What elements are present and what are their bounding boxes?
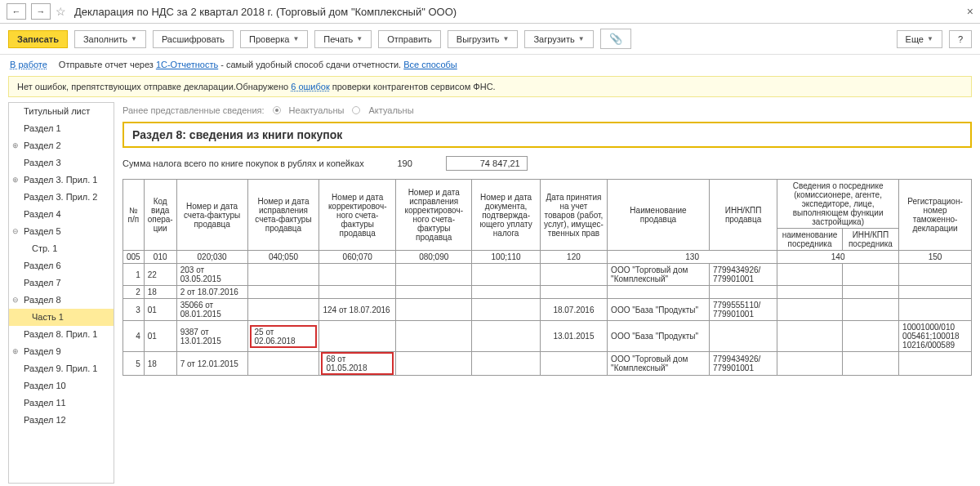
table-cell[interactable]: 2 <box>123 286 145 299</box>
table-cell[interactable]: 18 <box>144 352 176 376</box>
table-cell[interactable] <box>395 352 472 376</box>
load-button[interactable]: Загрузить▼ <box>524 30 593 48</box>
table-cell[interactable] <box>472 264 540 286</box>
sidebar-item[interactable]: ⊖Раздел 8 <box>9 292 114 309</box>
table-cell[interactable] <box>777 352 843 376</box>
table-cell[interactable] <box>540 264 607 286</box>
table-cell[interactable]: 9387 от 13.01.2015 <box>176 321 247 352</box>
table-cell[interactable] <box>395 321 472 352</box>
table-cell[interactable] <box>777 286 843 299</box>
sidebar-item[interactable]: ⊕Раздел 9 <box>9 343 114 360</box>
sidebar-item[interactable]: Раздел 12 <box>9 412 114 429</box>
table-cell[interactable]: 124 от 18.07.2016 <box>319 299 396 321</box>
table-cell[interactable] <box>899 299 972 321</box>
check-button[interactable]: Проверка▼ <box>240 30 308 48</box>
expander-icon[interactable]: ⊖ <box>12 225 19 238</box>
table-cell[interactable]: 35066 от 08.01.2015 <box>176 299 247 321</box>
table-cell[interactable] <box>472 321 540 352</box>
table-cell[interactable]: 7799555110/ 779901001 <box>709 299 777 321</box>
table-cell[interactable]: 01 <box>144 299 176 321</box>
sidebar-item[interactable]: ⊖Раздел 5 <box>9 223 114 240</box>
table-cell[interactable]: 68 от 01.05.2018 <box>319 352 396 376</box>
sidebar-item[interactable]: Часть 1 <box>9 309 114 326</box>
decode-button[interactable]: Расшифровать <box>153 30 234 48</box>
table-cell[interactable]: 13.01.2015 <box>540 321 607 352</box>
errors-link[interactable]: 6 ошибок <box>291 82 330 91</box>
table-cell[interactable] <box>709 321 777 352</box>
table-cell[interactable] <box>777 321 843 352</box>
table-cell[interactable]: ООО "База "Продукты" <box>608 321 710 352</box>
table-cell[interactable]: 3 <box>123 299 145 321</box>
table-cell[interactable] <box>395 264 472 286</box>
sum-field[interactable]: 74 847,21 <box>446 156 528 171</box>
table-cell[interactable]: ООО "Торговый дом "Комплексный" <box>608 264 710 286</box>
table-cell[interactable]: 5 <box>123 352 145 376</box>
table-cell[interactable]: ООО "База "Продукты" <box>608 299 710 321</box>
expander-icon[interactable]: ⊖ <box>12 294 19 306</box>
table-cell[interactable]: ООО "Торговый дом "Комплексный" <box>608 352 710 376</box>
table-row[interactable]: 4019387 от 13.01.201525 от 02.06.201813.… <box>123 321 972 352</box>
radio-not-actual[interactable] <box>273 106 281 114</box>
sidebar-item[interactable]: Раздел 7 <box>9 274 114 292</box>
table-cell[interactable] <box>899 286 972 299</box>
table-cell[interactable]: 10001000/010 005461;100018 10216/000589 <box>899 321 972 352</box>
table-cell[interactable] <box>842 299 898 321</box>
sidebar-item[interactable]: ⊕Раздел 3. Прил. 1 <box>9 172 114 189</box>
table-cell[interactable] <box>472 286 540 299</box>
table-cell[interactable]: 01 <box>144 321 176 352</box>
table-row[interactable]: 122203 от 03.05.2015ООО "Торговый дом "К… <box>123 264 972 286</box>
sidebar-item[interactable]: Раздел 6 <box>9 257 114 274</box>
table-cell[interactable] <box>608 286 710 299</box>
table-cell[interactable]: 4 <box>123 321 145 352</box>
star-icon[interactable]: ☆ <box>56 5 66 18</box>
table-cell[interactable]: 18.07.2016 <box>540 299 607 321</box>
close-icon[interactable]: × <box>967 5 973 18</box>
table-cell[interactable]: 203 от 03.05.2015 <box>176 264 247 286</box>
table-cell[interactable]: 7 от 12.01.2015 <box>176 352 247 376</box>
table-cell[interactable] <box>472 352 540 376</box>
more-button[interactable]: Еще▼ <box>897 30 942 48</box>
table-cell[interactable] <box>899 264 972 286</box>
table-cell[interactable]: 25 от 02.06.2018 <box>247 321 319 352</box>
table-cell[interactable]: 1 <box>123 264 145 286</box>
table-cell[interactable] <box>247 286 319 299</box>
table-cell[interactable] <box>247 299 319 321</box>
sidebar-item[interactable]: Раздел 11 <box>9 395 114 412</box>
table-row[interactable]: 2182 от 18.07.2016 <box>123 286 972 299</box>
attach-button[interactable]: 📎 <box>600 29 631 49</box>
expander-icon[interactable]: ⊕ <box>12 174 19 186</box>
sidebar-item[interactable]: Раздел 3 <box>9 154 114 172</box>
table-cell[interactable]: 7799434926/ 779901001 <box>709 352 777 376</box>
sidebar-item[interactable]: ⊕Раздел 2 <box>9 137 114 154</box>
table-cell[interactable] <box>319 321 396 352</box>
sidebar-item[interactable]: Раздел 3. Прил. 2 <box>9 189 114 206</box>
table-cell[interactable] <box>319 286 396 299</box>
sidebar-item[interactable]: Титульный лист <box>9 103 114 120</box>
sidebar-item[interactable]: Стр. 1 <box>9 240 114 257</box>
table-cell[interactable] <box>842 264 898 286</box>
table-row[interactable]: 5187 от 12.01.201568 от 01.05.2018ООО "Т… <box>123 352 972 376</box>
print-button[interactable]: Печать▼ <box>314 30 372 48</box>
sidebar-item[interactable]: Раздел 4 <box>9 206 114 223</box>
expander-icon[interactable]: ⊕ <box>12 140 19 152</box>
table-cell[interactable] <box>247 264 319 286</box>
sidebar-item[interactable]: Раздел 8. Прил. 1 <box>9 326 114 343</box>
sidebar-item[interactable]: Раздел 1 <box>9 120 114 137</box>
write-button[interactable]: Записать <box>8 30 68 48</box>
table-cell[interactable] <box>777 264 843 286</box>
fill-button[interactable]: Заполнить▼ <box>74 30 146 48</box>
table-row[interactable]: 30135066 от 08.01.2015124 от 18.07.20161… <box>123 299 972 321</box>
report-link[interactable]: 1С-Отчетность <box>156 60 218 69</box>
table-cell[interactable] <box>319 264 396 286</box>
help-button[interactable]: ? <box>949 30 972 48</box>
table-cell[interactable] <box>777 299 843 321</box>
radio-actual[interactable] <box>352 106 360 114</box>
table-cell[interactable] <box>247 352 319 376</box>
table-cell[interactable] <box>395 286 472 299</box>
table-cell[interactable] <box>395 299 472 321</box>
nav-back-button[interactable]: ← <box>7 3 26 20</box>
nav-fwd-button[interactable]: → <box>31 3 51 20</box>
methods-link[interactable]: Все способы <box>403 60 457 69</box>
sidebar-item[interactable]: Раздел 10 <box>9 377 114 395</box>
send-button[interactable]: Отправить <box>378 30 441 48</box>
